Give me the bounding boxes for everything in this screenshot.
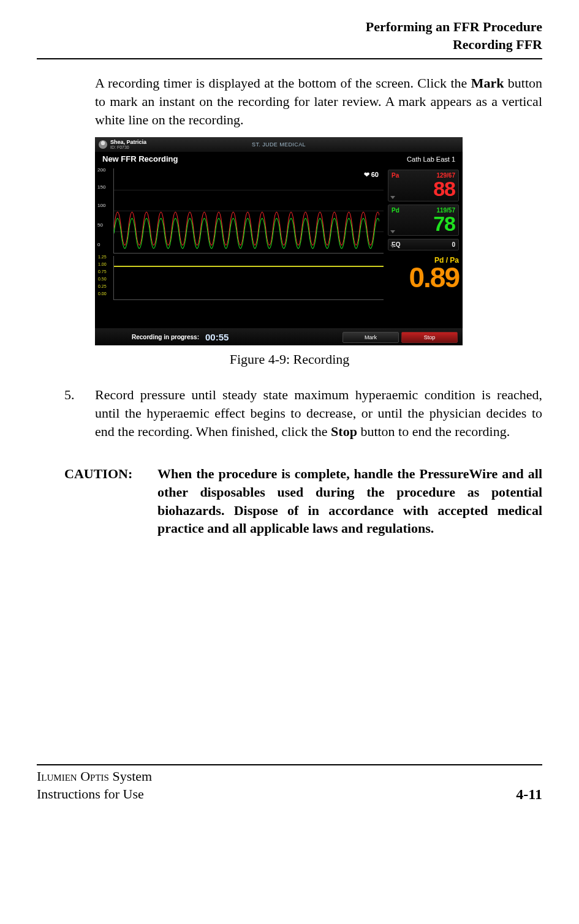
stop-button[interactable]: Stop	[401, 332, 458, 343]
vitals-panel: Pa 129/67 88 Pd 119/57 78	[386, 166, 463, 307]
ratio-line	[114, 266, 384, 267]
page-footer: Ilumien Optis System Instructions for Us…	[37, 768, 542, 803]
step-5: 5. Record pressure until steady state ma…	[64, 386, 542, 440]
room-label: Cath Lab East 1	[407, 156, 455, 163]
ratio-tile: Pd / Pa 0.89	[388, 256, 459, 291]
chevron-down-icon	[390, 196, 395, 199]
ratio-plot: 1.25 1.00 0.75 0.50 0.25 0.00	[113, 256, 384, 300]
recording-title-bar: New FFR Recording Cath Lab East 1	[95, 152, 463, 166]
header-line2: Recording FFR	[37, 36, 542, 54]
patient-bar: Shea, Patricia ID: F0730 ST. JUDE MEDICA…	[95, 137, 463, 152]
mark-button[interactable]: Mark	[342, 332, 399, 343]
header-rule	[37, 58, 542, 59]
ffr-screenshot: Shea, Patricia ID: F0730 ST. JUDE MEDICA…	[95, 137, 463, 345]
patient-name: Shea, Patricia	[110, 140, 146, 145]
chevron-down-icon	[390, 230, 395, 233]
eq-tile[interactable]: EQ 0	[388, 239, 459, 250]
caution-block: CAUTION: When the procedure is complete,…	[64, 465, 542, 538]
footer-rule	[37, 764, 542, 765]
patient-id: ID: F0730	[110, 145, 146, 149]
waveform-area: 200 150 100 50 0 ❤ 60	[95, 166, 386, 307]
page-number: 4-11	[516, 786, 542, 803]
pd-waveform	[114, 168, 379, 253]
status-bar: Recording in progress: 00:55 Mark Stop	[95, 328, 463, 345]
brand-label: ST. JUDE MEDICAL	[252, 141, 306, 148]
intro-paragraph: A recording timer is displayed at the bo…	[95, 74, 542, 129]
pa-tile[interactable]: Pa 129/67 88	[388, 170, 459, 201]
pressure-plot: ❤ 60	[113, 168, 384, 254]
status-label: Recording in progress:	[132, 334, 199, 340]
figure-caption: Figure 4-9: Recording	[37, 351, 542, 367]
recording-timer: 00:55	[205, 332, 229, 342]
page-header: Performing an FFR Procedure Recording FF…	[37, 18, 542, 53]
chevron-down-icon	[390, 245, 395, 248]
avatar-icon	[99, 140, 107, 149]
header-line1: Performing an FFR Procedure	[37, 18, 542, 36]
pd-tile[interactable]: Pd 119/57 78	[388, 205, 459, 236]
recording-title: New FFR Recording	[102, 154, 178, 163]
